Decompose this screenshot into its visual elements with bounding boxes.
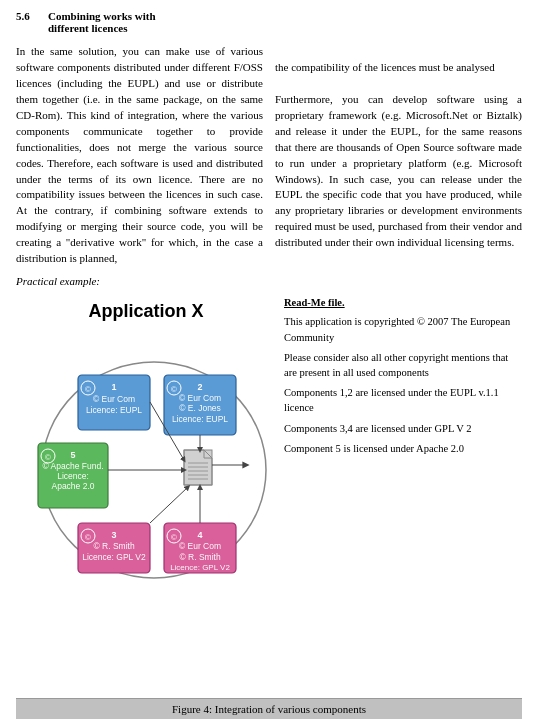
text-col-right: the compatibility of the licences must b… [275,44,522,267]
svg-line-44 [150,487,188,523]
svg-text:©: © [171,533,177,542]
readme-column: Read-Me file. This application is copyri… [284,295,522,461]
application-diagram: Application X 1 © Eur Com Licence: EUPL [16,295,276,592]
svg-text:1: 1 [111,382,116,392]
svg-text:Licence: GPL V2: Licence: GPL V2 [82,552,146,562]
svg-text:©: © [85,533,91,542]
svg-text:©: © [45,453,51,462]
svg-text:© R. Smith: © R. Smith [179,552,220,562]
svg-text:Apache 2.0: Apache 2.0 [51,481,94,491]
svg-text:3: 3 [111,530,116,540]
figure-caption: Figure 4: Integration of various compone… [16,698,522,719]
svg-text:Licence: EUPL: Licence: EUPL [172,414,228,424]
svg-text:© Eur Com: © Eur Com [179,541,221,551]
svg-text:4: 4 [197,530,202,540]
readme-item-4: Components 3,4 are licensed under GPL V … [284,421,522,436]
page: 5.6 Combining works with different licen… [0,0,538,719]
svg-text:© E. Jones: © E. Jones [179,403,221,413]
svg-text:©: © [171,385,177,394]
svg-text:Application X: Application X [88,301,203,321]
readme-title: Read-Me file. [284,295,522,310]
readme-item-2: Please consider also all other copyright… [284,350,522,380]
svg-text:Licence: GPL V2: Licence: GPL V2 [170,563,230,572]
svg-text:© R. Smith: © R. Smith [93,541,134,551]
section-number: 5.6 [16,10,48,22]
section-title: Combining works with different licences [48,10,156,34]
svg-text:©: © [85,385,91,394]
readme-item-1: This application is copyrighted © 2007 T… [284,314,522,344]
svg-text:© Eur Com: © Eur Com [93,394,135,404]
svg-text:5: 5 [70,450,75,460]
readme-item-5: Component 5 is licensed under Apache 2.0 [284,441,522,456]
main-text-columns: In the same solution, you can make use o… [16,44,522,267]
svg-rect-2 [184,450,212,485]
svg-text:2: 2 [197,382,202,392]
diagram-area: Application X 1 © Eur Com Licence: EUPL [16,295,522,592]
svg-text:Licence: EUPL: Licence: EUPL [86,405,142,415]
section-header: 5.6 Combining works with different licen… [16,10,522,34]
text-col-left: In the same solution, you can make use o… [16,44,263,267]
svg-text:Licence:: Licence: [57,471,89,481]
svg-text:© Eur Com: © Eur Com [179,393,221,403]
readme-item-3: Components 1,2 are licensed under the EU… [284,385,522,415]
practical-example-label: Practical example: [16,275,522,287]
